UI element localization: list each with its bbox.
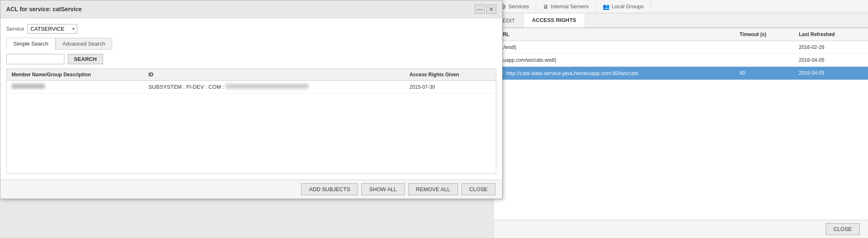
modal-header: ACL for service: catService — ✕ (0, 0, 502, 18)
timeout-cell (735, 41, 794, 54)
search-row: SEARCH (6, 54, 496, 64)
id-blurred (226, 84, 309, 89)
member-name-blurred (12, 84, 45, 89)
right-close-button[interactable]: CLOSE (826, 223, 860, 235)
local-groups-label: Local Groups (612, 3, 644, 10)
last-refreshed-col-header: Last Refreshed (794, 28, 868, 41)
modal-search-tabs: Simple Search Advanced Search (6, 38, 496, 50)
top-navigation: ⚙ Services 🖥 Internal Servers 👥 Local Gr… (494, 0, 868, 13)
url-table-row[interactable]: .../wsdl) 2016-02-26 (494, 41, 868, 54)
id-prefix: SUBSYSTEM : FI-DEV : COM : (148, 84, 226, 90)
last-refreshed-cell: 2016-04-05 (794, 54, 868, 67)
tab-advanced-search[interactable]: Advanced Search (56, 38, 113, 50)
tab-simple-search[interactable]: Simple Search (6, 38, 56, 50)
url-table: URL Timeout (s) Last Refreshed .../wsdl)… (494, 28, 868, 80)
local-groups-nav-item[interactable]: 👥 Local Groups (596, 0, 651, 13)
right-panel: ⚙ Services 🖥 Internal Servers 👥 Local Gr… (494, 0, 868, 238)
url-cell: .../wsdl) (494, 41, 735, 54)
add-subjects-button[interactable]: ADD SUBJECTS (301, 183, 358, 195)
url-cell: 🔗http://cats-data-service-java.herokuapp… (494, 67, 735, 80)
table-row[interactable]: SUBSYSTEM : FI-DEV : COM : 2015-07-30 (7, 81, 496, 93)
access-col-header: Access Rights Given (405, 69, 496, 81)
internal-servers-nav-item[interactable]: 🖥 Internal Servers (536, 0, 596, 13)
service-select-wrapper: CATSERVICE (27, 24, 77, 34)
results-table: Member Name/Group Description ID Access … (7, 69, 496, 93)
service-select[interactable]: CATSERVICE (27, 24, 77, 34)
access-cell: 2015-07-30 (405, 81, 496, 93)
show-all-button[interactable]: SHOW ALL (361, 183, 405, 195)
timeout-cell: 60 (735, 67, 794, 80)
modal-header-controls: — ✕ (475, 5, 496, 14)
last-refreshed-cell: 2016-02-26 (794, 41, 868, 54)
internal-servers-icon: 🖥 (543, 3, 549, 10)
tab-access-rights[interactable]: ACCESS RIGHTS (524, 13, 585, 27)
service-label: Service (6, 26, 24, 32)
url-col-header: URL (494, 28, 735, 41)
url-table-row[interactable]: 🔗http://cats-data-service-java.herokuapp… (494, 67, 868, 80)
tabs-bar: EDIT ACCESS RIGHTS (494, 13, 868, 28)
id-col-header: ID (143, 69, 405, 81)
services-label: Services (508, 3, 529, 10)
acl-modal: ACL for service: catService — ✕ Service … (0, 0, 503, 199)
url-link[interactable]: http://cats-data-service-java.herokuapp.… (506, 70, 638, 76)
right-panel-footer: CLOSE (494, 220, 868, 238)
id-cell: SUBSYSTEM : FI-DEV : COM : (143, 81, 405, 93)
search-input[interactable] (6, 54, 64, 64)
service-row: Service CATSERVICE (6, 24, 496, 34)
member-cell (7, 81, 143, 93)
modal-body: Service CATSERVICE Simple Search Advance… (0, 18, 502, 180)
modal-close-footer-button[interactable]: CLOSE (461, 183, 495, 195)
search-button[interactable]: SEARCH (68, 54, 103, 64)
url-table-row[interactable]: ...uapp.com/ws/cats.wsdl) 2016-04-05 (494, 54, 868, 67)
member-col-header: Member Name/Group Description (7, 69, 143, 81)
url-cell: ...uapp.com/ws/cats.wsdl) (494, 54, 735, 67)
remove-all-button[interactable]: REMOVE ALL (408, 183, 458, 195)
local-groups-icon: 👥 (603, 3, 610, 10)
modal-close-button[interactable]: ✕ (486, 5, 496, 14)
timeout-cell (735, 54, 794, 67)
modal-footer: ADD SUBJECTS SHOW ALL REMOVE ALL CLOSE (0, 180, 502, 199)
results-table-wrapper: Member Name/Group Description ID Access … (6, 68, 496, 174)
modal-minimize-button[interactable]: — (475, 5, 485, 14)
timeout-col-header: Timeout (s) (735, 28, 794, 41)
right-panel-content: URL Timeout (s) Last Refreshed .../wsdl)… (494, 28, 868, 238)
internal-servers-label: Internal Servers (551, 3, 589, 10)
modal-title: ACL for service: catService (6, 6, 82, 12)
last-refreshed-cell: 2016-04-05 (794, 67, 868, 80)
